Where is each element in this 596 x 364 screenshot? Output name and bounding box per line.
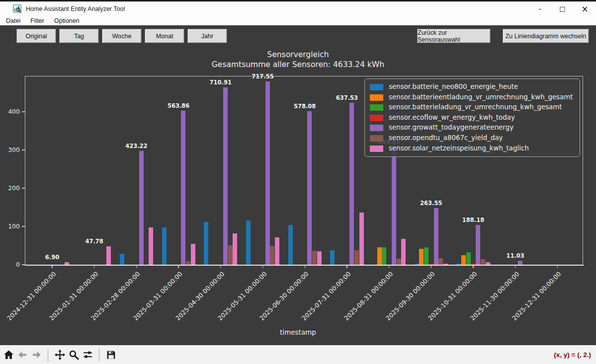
- legend-item-label: sensor.batterieladung_vr_umrechnung_kwh_…: [389, 102, 562, 113]
- bar: [181, 111, 185, 265]
- maximize-button[interactable]: □: [551, 1, 574, 16]
- close-button[interactable]: ×: [574, 1, 596, 16]
- x-tick: [346, 266, 347, 268]
- back-to-sensor-selection-button[interactable]: Zurück zur Sensorauswahl: [417, 29, 491, 43]
- bar: [434, 208, 438, 265]
- x-tick: [262, 266, 263, 268]
- y-tick-label: 300: [2, 146, 20, 153]
- menu-item-optionen[interactable]: Optionen: [49, 17, 85, 24]
- save-icon[interactable]: [105, 349, 116, 360]
- legend-swatch: [370, 94, 383, 101]
- y-tick: [22, 111, 25, 112]
- x-tick: [52, 266, 52, 268]
- bar-value-label: 6.90: [45, 254, 59, 261]
- maximize-icon: □: [559, 5, 565, 12]
- legend-item-label: sensor.batterieentladung_vr_umrechnung_k…: [389, 92, 573, 103]
- menubar: DateiFilterOptionen: [0, 16, 596, 25]
- y-tick: [22, 149, 25, 150]
- bar: [424, 247, 428, 265]
- bar: [359, 213, 364, 265]
- legend-item-label: sensor.solar_netzeinspeisung_kwh_taglich: [389, 144, 529, 154]
- y-tick: [22, 226, 25, 226]
- bar: [354, 250, 359, 265]
- y-tick-label: 400: [2, 108, 20, 115]
- y-tick-label: 0: [2, 261, 20, 268]
- legend-item: sensor.growatt_todaygenerateenergy: [365, 123, 580, 133]
- legend-item: sensor.batterie_neo800_energie_heute: [365, 82, 580, 92]
- bar-value-label: 263.55: [420, 200, 442, 207]
- titlebar: Home Assistant Entity Analyzer Tool –□×: [0, 1, 596, 16]
- legend-swatch: [370, 104, 383, 111]
- subplots-icon[interactable]: [82, 349, 93, 360]
- bar: [392, 147, 396, 265]
- jahr-button[interactable]: Jahr: [187, 29, 227, 43]
- bar-value-label: 423.22: [125, 143, 147, 149]
- legend-item-label: sensor.batterie_neo800_energie_heute: [389, 82, 518, 92]
- bar: [397, 259, 401, 265]
- bar: [204, 222, 208, 265]
- tag-button[interactable]: Tag: [59, 29, 99, 43]
- bar-value-label: 710.91: [210, 79, 232, 86]
- bar: [466, 252, 471, 265]
- back-icon[interactable]: [17, 349, 28, 360]
- bar: [246, 220, 251, 265]
- bar: [481, 259, 485, 265]
- bar-value-label: 563.86: [168, 102, 189, 109]
- bar-value-label: 47.78: [85, 238, 103, 245]
- bar: [275, 237, 279, 265]
- switch-to-line-chart-button[interactable]: Zu Liniendiagramm wechseln: [503, 29, 589, 43]
- bar-value-label: 11.03: [506, 252, 524, 259]
- bar: [288, 225, 293, 265]
- bar: [476, 225, 480, 265]
- bar: [307, 111, 312, 265]
- app-icon: [13, 4, 21, 13]
- woche-button[interactable]: Woche: [102, 29, 142, 43]
- bar: [270, 246, 274, 265]
- bar: [471, 264, 476, 265]
- legend-item: sensor.opendtu_a8067c_yield_day: [365, 133, 580, 144]
- cursor-coordinates: (x, y) = (, 2.): [554, 345, 591, 364]
- matplotlib-toolbar: (x, y) = (, 2.): [0, 345, 596, 364]
- bar: [233, 233, 237, 265]
- bar-value-label: 637.53: [336, 94, 358, 101]
- bar-value-label: 188.18: [462, 217, 484, 223]
- minimize-icon: –: [538, 5, 542, 12]
- bar: [443, 264, 448, 265]
- bar: [382, 247, 386, 265]
- bar: [486, 262, 490, 265]
- legend-swatch: [370, 115, 383, 121]
- bar-value-label: 578.08: [294, 103, 316, 110]
- toolbar-separator: [48, 348, 48, 361]
- window-title: Home Assistant Entity Analyzer Tool: [26, 5, 125, 12]
- bar: [65, 262, 69, 265]
- home-icon[interactable]: [3, 349, 14, 360]
- chart-subtitle: Gesamtsumme aller Sensoren: 4633.24 kWh: [0, 60, 596, 69]
- bar: [377, 247, 382, 265]
- minimize-button[interactable]: –: [529, 1, 551, 16]
- toolbar-separator: [99, 348, 99, 361]
- bar: [456, 264, 461, 265]
- window-controls: –□×: [529, 1, 596, 16]
- legend-item-label: sensor.opendtu_a8067c_yield_day: [389, 133, 503, 144]
- legend-swatch: [370, 84, 383, 90]
- forward-icon[interactable]: [31, 349, 42, 360]
- legend-item: sensor.batterieentladung_vr_umrechnung_k…: [365, 92, 580, 103]
- menu-item-filter[interactable]: Filter: [25, 17, 49, 24]
- bar: [228, 245, 233, 265]
- bar: [149, 227, 153, 265]
- x-tick: [94, 266, 94, 268]
- x-tick: [389, 266, 389, 268]
- bar: [265, 81, 270, 265]
- monat-button[interactable]: Monat: [145, 29, 184, 43]
- x-tick: [305, 266, 305, 268]
- y-tick: [22, 264, 25, 265]
- original-button[interactable]: Original: [16, 29, 56, 43]
- legend-item: sensor.batterieladung_vr_umrechnung_kwh_…: [365, 102, 580, 113]
- menu-item-datei[interactable]: Datei: [1, 17, 25, 24]
- zoom-icon[interactable]: [68, 349, 79, 360]
- bar: [162, 227, 167, 265]
- bar: [419, 249, 424, 265]
- pan-icon[interactable]: [54, 349, 65, 360]
- bar: [186, 261, 190, 265]
- x-tick: [178, 266, 178, 268]
